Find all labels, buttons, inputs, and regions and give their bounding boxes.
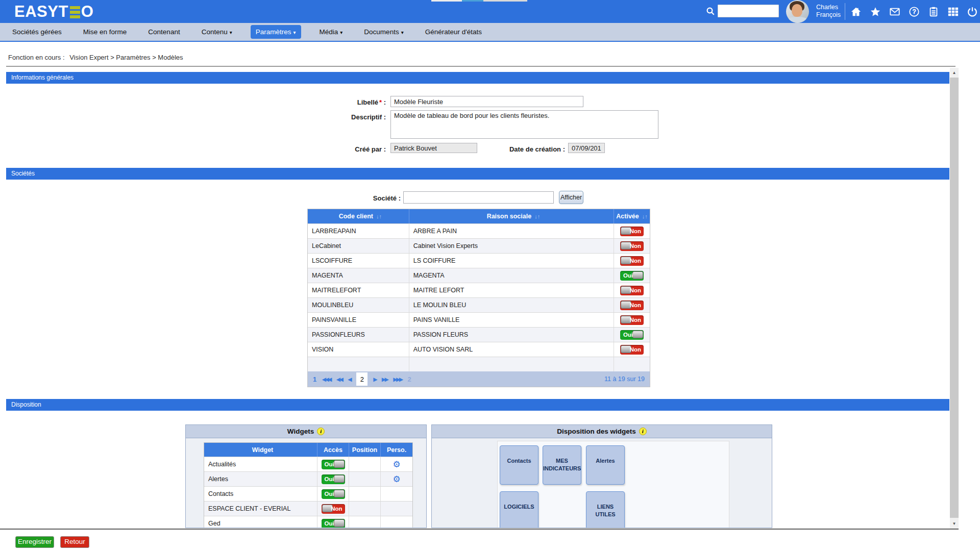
toggle-non[interactable]: Non xyxy=(620,241,644,251)
gear-icon[interactable]: ⚙ xyxy=(393,475,400,484)
nav-item-parametres[interactable]: Paramètres▾ xyxy=(251,25,301,39)
table-row[interactable]: MAITRELEFORTMAITRE LEFORTNon xyxy=(308,283,650,297)
table-row[interactable]: VISIONAUTO VISION SARLNon xyxy=(308,342,650,357)
user-name: Charles François xyxy=(816,4,841,19)
toggle-non[interactable]: Non xyxy=(620,300,644,310)
widget-row-contacts[interactable]: ContactsOui xyxy=(204,486,412,501)
toggle-non[interactable]: Non xyxy=(620,256,644,266)
toggle-knob xyxy=(334,460,345,468)
cell-raison-sociale: AUTO VISION SARL xyxy=(409,342,614,357)
toggle-oui[interactable]: Oui xyxy=(620,330,644,340)
toggle-non[interactable]: Non xyxy=(620,286,644,295)
widget-tile-contacts[interactable]: Contacts xyxy=(500,445,538,485)
toggle-oui[interactable]: Oui xyxy=(322,474,345,484)
widget-tile-alertes[interactable]: Alertes xyxy=(586,445,625,485)
widget-row-espace-client-everial[interactable]: ESPACE CLIENT - EVERIALNon xyxy=(204,501,412,516)
nav-item-generateur-d-etats[interactable]: Générateur d'états xyxy=(422,26,485,38)
toggle-label: Non xyxy=(630,287,641,293)
scrollbar-thumb[interactable] xyxy=(950,78,959,518)
toggle-non[interactable]: Non xyxy=(620,227,644,236)
nav-item-label: Paramètres xyxy=(256,28,291,36)
libelle-input[interactable] xyxy=(390,96,583,107)
table-row[interactable]: MAGENTAMAGENTAOui xyxy=(308,268,650,283)
breadcrumb: Fonction en cours : Vision Expert > Para… xyxy=(8,54,183,61)
descriptif-textarea[interactable] xyxy=(390,110,658,139)
enregistrer-button[interactable]: Enregistrer xyxy=(15,536,54,548)
toggle-oui[interactable]: Oui xyxy=(322,519,345,529)
cell-widget-name: Ged xyxy=(204,516,317,528)
widget-tile-logiciels[interactable]: LOGICIELS xyxy=(500,491,538,528)
table-row[interactable]: LSCOIFFURELS COIFFURENon xyxy=(308,253,650,268)
column-header-widget: Widget xyxy=(204,443,317,457)
toggle-non[interactable]: Non xyxy=(620,315,644,325)
pagination-fast-prev-icon[interactable]: ◀◀ xyxy=(336,377,342,382)
nav-item-media[interactable]: Média▾ xyxy=(316,26,346,38)
user-avatar[interactable] xyxy=(786,0,809,23)
cell-raison-sociale: PASSION FLEURS xyxy=(409,328,614,342)
sort-icon[interactable]: ↓↑ xyxy=(642,213,648,219)
pagination-fast-next-icon[interactable]: ▶▶ xyxy=(382,377,387,382)
table-row[interactable]: PASSIONFLEURSPASSION FLEURSOui xyxy=(308,327,650,342)
help-icon[interactable]: ? xyxy=(908,6,920,17)
nav-item-documents[interactable]: Documents▾ xyxy=(361,26,406,38)
cell-code-client: LARBREAPAIN xyxy=(308,224,409,238)
column-header-code-client[interactable]: Code client ↓↑ xyxy=(308,209,409,223)
info-icon[interactable]: i xyxy=(639,428,647,435)
widget-row-ged[interactable]: GedOui xyxy=(204,516,412,528)
widget-tile-mes-indicateurs[interactable]: MES INDICATEURS xyxy=(543,445,581,485)
widget-tile-liens-utiles[interactable]: LIENS UTILES xyxy=(586,491,625,528)
widget-row-actualites[interactable]: ActualitésOui⚙ xyxy=(204,457,412,471)
afficher-button[interactable]: Afficher xyxy=(559,191,583,204)
toggle-oui[interactable]: Oui xyxy=(322,460,345,469)
header-divider xyxy=(845,3,845,20)
pagination-current-page[interactable]: 2 xyxy=(356,372,368,386)
cell-activee: Oui xyxy=(614,328,650,342)
toggle-oui[interactable]: Oui xyxy=(620,271,644,281)
nav-item-mise-en-forme[interactable]: Mise en forme xyxy=(80,26,130,38)
star-icon[interactable] xyxy=(869,6,881,17)
mail-icon[interactable] xyxy=(889,6,900,17)
retour-button[interactable]: Retour xyxy=(60,536,89,548)
cell-activee: Non xyxy=(614,313,650,327)
toggle-oui[interactable]: Oui xyxy=(322,489,345,499)
table-row[interactable]: LARBREAPAINARBRE A PAINNon xyxy=(308,223,650,238)
chevron-down-icon: ▾ xyxy=(401,30,404,35)
gear-icon[interactable]: ⚙ xyxy=(393,460,400,469)
home-icon[interactable] xyxy=(850,6,862,17)
toggle-non[interactable]: Non xyxy=(620,345,644,355)
power-icon[interactable] xyxy=(966,6,978,17)
scroll-down-arrow-icon[interactable]: ▼ xyxy=(950,519,959,529)
toggle-knob xyxy=(334,490,345,497)
pagination-prev-icon[interactable]: ◀ xyxy=(348,377,351,382)
cell-acces: Oui xyxy=(317,472,349,486)
societe-filter-input[interactable] xyxy=(403,191,554,204)
pagination-next-icon[interactable]: ▶ xyxy=(373,377,376,382)
apps-grid-icon[interactable] xyxy=(947,6,959,17)
nav-item-contenant[interactable]: Contenant xyxy=(145,26,183,38)
widget-row-alertes[interactable]: AlertesOui⚙ xyxy=(204,471,412,486)
nav-item-societes-gerees[interactable]: Sociétés gérées xyxy=(9,26,65,38)
vertical-scrollbar[interactable]: ▲ ▼ xyxy=(950,68,959,529)
sort-icon[interactable]: ↓↑ xyxy=(534,213,540,219)
toggle-label: Non xyxy=(630,243,641,249)
header-search-input[interactable] xyxy=(718,5,779,17)
column-header-raison-sociale[interactable]: Raison sociale ↓↑ xyxy=(409,209,614,223)
nav-item-contenu[interactable]: Contenu▾ xyxy=(199,26,235,38)
breadcrumb-path: Vision Expert > Paramètres > Modèles xyxy=(69,54,183,61)
pagination-last-icon[interactable]: ▶▶▶ xyxy=(394,377,402,382)
info-icon[interactable]: i xyxy=(317,428,325,435)
table-row[interactable]: PAINSVANILLEPAINS VANILLENon xyxy=(308,312,650,327)
table-row[interactable]: MOULINBLEULE MOULIN BLEUNon xyxy=(308,297,650,312)
page-number-1[interactable]: 1 xyxy=(313,375,316,383)
cell-code-client: LeCabinet xyxy=(308,239,409,253)
column-header-activee[interactable]: Activée ↓↑ xyxy=(614,209,650,223)
table-row[interactable]: LeCabinetCabinet Vision ExpertsNon xyxy=(308,238,650,253)
toggle-non[interactable]: Non xyxy=(322,504,345,514)
scroll-up-arrow-icon[interactable]: ▲ xyxy=(950,68,959,78)
clipboard-icon[interactable] xyxy=(927,6,939,17)
chevron-down-icon: ▾ xyxy=(293,30,296,35)
cell-activee: Oui xyxy=(614,268,650,283)
pagination-first-icon[interactable]: ◀◀◀ xyxy=(322,377,331,382)
societe-filter-label: Société : xyxy=(306,194,401,202)
sort-icon[interactable]: ↓↑ xyxy=(376,213,382,219)
